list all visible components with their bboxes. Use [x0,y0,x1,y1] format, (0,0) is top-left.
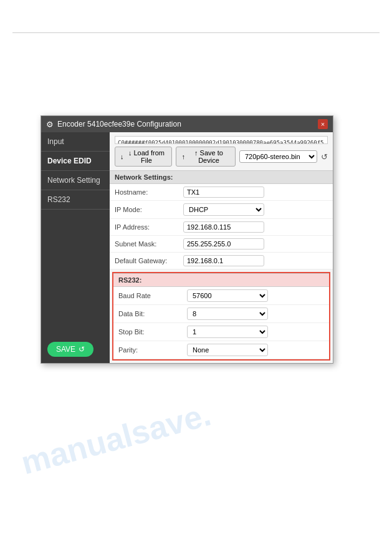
sidebar-item-device-edid[interactable]: Device EDID [41,152,110,171]
baud-rate-select[interactable]: 9600 19200 38400 57600 115200 [187,289,268,302]
default-gateway-label: Default Gateway: [115,257,183,264]
ip-address-label: IP Address: [115,223,183,231]
config-dialog: ⚙ Encoder 5410ecfee39e Configuration × I… [41,115,333,364]
load-from-file-button[interactable]: ↓ ↓ Load from File [115,147,172,167]
gear-icon: ⚙ [46,120,54,129]
sidebar-item-network-setting[interactable]: Network Setting [41,171,110,190]
content-area: C0######f0025d401000100000002d1901030000… [110,132,333,363]
sidebar-bottom: SAVE ↺ [41,336,110,363]
default-gateway-row: Default Gateway: [110,253,333,269]
sidebar-item-input[interactable]: Input [41,132,110,152]
file-controls: ↓ ↓ Load from File ↑ ↑ Save to Device 72… [115,147,328,167]
stop-bit-select[interactable]: 1 2 [187,326,268,338]
file-select[interactable]: 720p60-stereo.bin 1080p60-stereo.bin 720… [239,150,317,163]
hostname-label: Hostname: [115,188,183,196]
default-gateway-input[interactable] [183,255,264,266]
parity-row: Parity: None Even Odd Mark Space [113,341,329,359]
network-settings-header: Network Settings: [110,170,333,184]
page-background: manualsave. ⚙ Encoder 5410ecfee39e Confi… [0,0,392,557]
dialog-close-button[interactable]: × [318,119,328,129]
save-icon: ↺ [79,345,85,354]
subnet-mask-input[interactable] [183,238,264,249]
dialog-titlebar: ⚙ Encoder 5410ecfee39e Configuration × [41,116,333,132]
hostname-row: Hostname: [110,184,333,201]
parity-select[interactable]: None Even Odd Mark Space [187,344,268,356]
dialog-body: Input Device EDID Network Setting RS232 … [41,132,333,363]
save-device-label: ↑ Save to Device [188,149,230,164]
load-label: ↓ Load from File [127,149,167,164]
refresh-button[interactable]: ↺ [321,152,328,162]
watermark: manualsave. [17,395,215,482]
dialog-title: Encoder 5410ecfee39e Configuration [57,120,181,128]
dialog-title-left: ⚙ Encoder 5410ecfee39e Configuration [46,120,181,129]
parity-label: Parity: [118,346,187,354]
sidebar-item-rs232[interactable]: RS232 [41,190,110,210]
sidebar: Input Device EDID Network Setting RS232 … [41,132,110,363]
save-button[interactable]: SAVE ↺ [47,342,93,357]
save-label: SAVE [56,345,75,354]
ip-mode-select[interactable]: DHCP Static [183,203,264,216]
baud-rate-row: Baud Rate 9600 19200 38400 57600 115200 [113,287,329,305]
ip-mode-label: IP Mode: [115,206,183,213]
rs232-header: RS232: [113,273,329,287]
data-bit-label: Data Bit: [118,310,187,317]
data-bit-row: Data Bit: 5 6 7 8 [113,305,329,323]
load-icon: ↓ [120,153,124,160]
data-bit-select[interactable]: 5 6 7 8 [187,308,268,320]
rs232-section: RS232: Baud Rate 9600 19200 38400 57600 … [112,272,330,361]
stop-bit-label: Stop Bit: [118,328,187,336]
baud-rate-label: Baud Rate [118,292,187,299]
stop-bit-row: Stop Bit: 1 2 [113,323,329,341]
subnet-mask-label: Subnet Mask: [115,240,183,248]
subnet-mask-row: Subnet Mask: [110,236,333,253]
ip-mode-row: IP Mode: DHCP Static [110,201,333,219]
hostname-input[interactable] [183,186,264,198]
top-divider [12,32,380,33]
save-to-device-button[interactable]: ↑ ↑ Save to Device [176,147,236,167]
ip-address-input[interactable] [183,221,264,233]
ip-address-row: IP Address: [110,219,333,236]
hex-display: C0######f0025d401000100000002d1901030000… [115,136,328,144]
save-device-icon: ↑ [181,153,185,160]
